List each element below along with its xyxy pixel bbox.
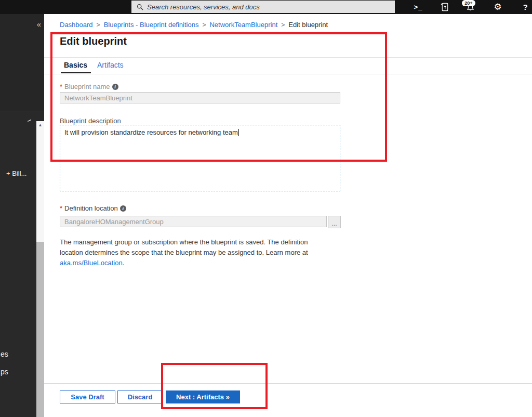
- sidebar-divider: [0, 111, 44, 111]
- blueprint-description-text: It will provision standardize resources …: [64, 128, 238, 136]
- help-text-body: The management group or subscription whe…: [60, 238, 308, 256]
- blue-location-link[interactable]: aka.ms/BlueLocation: [60, 259, 123, 267]
- settings-gear-icon[interactable]: ⚙: [490, 0, 505, 14]
- scrollbar-thumb[interactable]: [36, 242, 44, 417]
- sidebar-item-billing[interactable]: + Bill...: [6, 170, 26, 177]
- browse-location-button[interactable]: ...: [328, 216, 341, 228]
- blueprint-description-field[interactable]: It will provision standardize resources …: [60, 125, 340, 191]
- directory-filter-icon[interactable]: [438, 0, 451, 14]
- breadcrumb-separator-icon: >: [97, 21, 100, 29]
- title-divider: [44, 57, 532, 58]
- sidebar-scrollbar[interactable]: ▲: [36, 121, 44, 417]
- sidebar-item-truncated-ps[interactable]: ps: [1, 368, 8, 376]
- breadcrumb-separator-icon: >: [281, 21, 285, 29]
- sidebar-collapse-icon[interactable]: «: [37, 20, 41, 29]
- breadcrumb-current-page: Edit blueprint: [288, 21, 328, 29]
- top-bar: >_ ⚙ ? 20+: [0, 0, 532, 14]
- page-title: Edit blueprint: [60, 35, 127, 47]
- info-icon[interactable]: i: [120, 205, 126, 212]
- definition-location-field[interactable]: [60, 216, 327, 227]
- blueprint-name-label: Blueprint name: [64, 83, 110, 90]
- search-icon: [137, 4, 143, 10]
- scrollbar-up-arrow-icon[interactable]: ▲: [36, 123, 44, 127]
- tabs-divider: [44, 74, 532, 74]
- breadcrumb-dashboard[interactable]: Dashboard: [60, 21, 93, 29]
- footer-divider: [44, 383, 532, 384]
- left-sidebar: « + Bill... es ps ▲: [0, 14, 44, 417]
- notification-count-badge: 20+: [462, 0, 475, 6]
- location-help-text: The management group or subscription whe…: [60, 237, 332, 268]
- definition-location-label-row: * Definition location i: [60, 204, 126, 212]
- blueprint-description-label: Blueprint description: [60, 117, 121, 125]
- global-search[interactable]: [131, 1, 395, 13]
- help-text-period: .: [123, 259, 125, 267]
- sidebar-chevron-fragment-icon: [26, 118, 31, 122]
- blueprint-name-field[interactable]: [60, 92, 340, 103]
- breadcrumb-separator-icon: >: [202, 21, 206, 29]
- tab-basics[interactable]: Basics: [64, 61, 87, 69]
- azure-portal-screen: >_ ⚙ ? 20+ « + Bill... es ps ▲: [0, 0, 532, 417]
- cloud-shell-icon[interactable]: >_: [409, 0, 427, 14]
- discard-button[interactable]: Discard: [117, 390, 163, 403]
- search-input[interactable]: [147, 3, 395, 11]
- breadcrumb-networkteamblueprint[interactable]: NetworkTeamBlueprint: [209, 21, 277, 29]
- definition-location-label: Definition location: [64, 204, 118, 212]
- save-draft-button[interactable]: Save Draft: [60, 390, 115, 403]
- required-asterisk: *: [60, 204, 62, 212]
- main-content: Dashboard > Blueprints - Blueprint defin…: [44, 14, 532, 417]
- next-artifacts-button[interactable]: Next : Artifacts »: [166, 390, 240, 403]
- breadcrumb-blueprint-definitions[interactable]: Blueprints - Blueprint definitions: [104, 21, 199, 29]
- required-asterisk: *: [60, 83, 62, 90]
- blueprint-name-label-row: * Blueprint name i: [60, 83, 118, 90]
- help-icon[interactable]: ?: [518, 0, 532, 14]
- tab-artifacts[interactable]: Artifacts: [97, 61, 124, 69]
- active-tab-underline: [61, 72, 91, 73]
- text-cursor: [238, 129, 239, 136]
- breadcrumb: Dashboard > Blueprints - Blueprint defin…: [60, 21, 328, 29]
- info-icon[interactable]: i: [112, 84, 118, 90]
- sidebar-item-truncated-es[interactable]: es: [1, 350, 8, 358]
